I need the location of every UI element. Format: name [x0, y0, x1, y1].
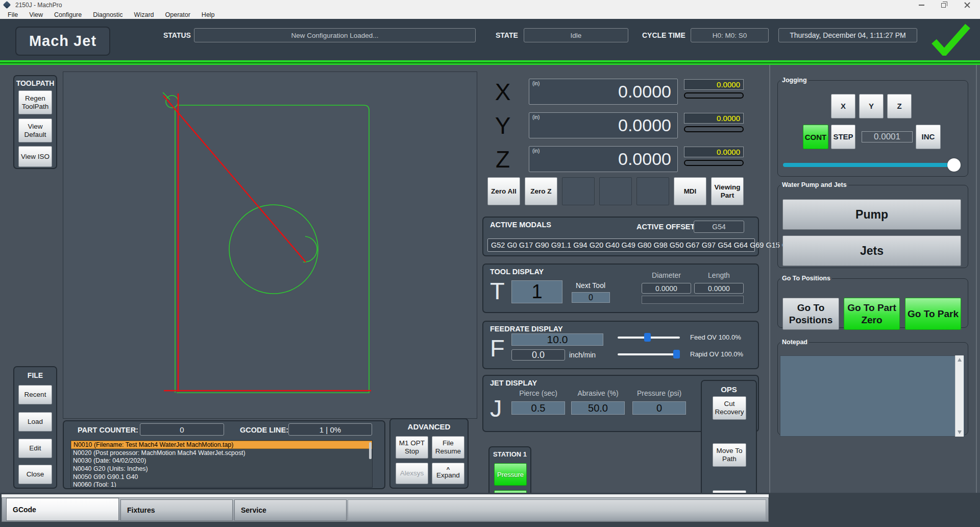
- file-load-button[interactable]: Load: [18, 412, 52, 432]
- move-to-path-button[interactable]: Move To Path: [713, 443, 746, 467]
- pump-jets-group: Water Pump and Jets Pump Jets: [777, 181, 968, 268]
- jog-x-button[interactable]: X: [831, 94, 855, 118]
- blank-button-1: [562, 177, 595, 205]
- view-iso-button[interactable]: View ISO: [18, 146, 52, 167]
- menu-view[interactable]: View: [23, 10, 48, 19]
- next-tool-value[interactable]: 0: [572, 292, 610, 303]
- mdi-button[interactable]: MDI: [674, 177, 706, 205]
- scroll-down-icon[interactable]: [958, 430, 962, 434]
- feed-units-label: inch/min: [569, 351, 596, 359]
- tab-bar: GCode Fixtures Service: [2, 497, 769, 522]
- pump-button[interactable]: Pump: [782, 199, 961, 230]
- viewing-part-button[interactable]: Viewing Part: [711, 177, 744, 205]
- rapid-ov-slider-handle[interactable]: [673, 350, 680, 358]
- zero-z-button[interactable]: Zero Z: [525, 177, 557, 205]
- toolpath-leadin-arc: [303, 236, 317, 262]
- jog-step-button[interactable]: STEP: [831, 125, 855, 149]
- file-edit-button[interactable]: Edit: [18, 439, 52, 458]
- feed-commanded-value[interactable]: 10.0: [511, 333, 603, 346]
- green-divider: [0, 60, 980, 65]
- active-offset-label: ACTIVE OFFSET:: [636, 223, 697, 231]
- column-divider-right: [976, 65, 977, 493]
- m1-opt-stop-button[interactable]: M1 OPT Stop: [396, 436, 428, 459]
- axis-y-label: Y: [487, 112, 518, 138]
- jog-speed-slider-track[interactable]: [783, 163, 953, 167]
- dtg-y-value: 0.0000: [717, 113, 740, 123]
- goto-park-button[interactable]: Go To Park: [905, 298, 961, 330]
- abrasive-value[interactable]: 50.0: [571, 401, 625, 415]
- part-counter-label: PART COUNTER:: [78, 426, 138, 434]
- jog-increment-field[interactable]: 0.0001: [862, 131, 913, 142]
- gcode-scrollbar[interactable]: [369, 442, 372, 459]
- goto-positions-button[interactable]: Go To Positions: [782, 298, 839, 330]
- menu-file[interactable]: File: [2, 10, 23, 19]
- gcode-status-panel: PART COUNTER: 0 GCODE LINE: 1 | 0% N0010…: [63, 420, 385, 489]
- toolpath-panel: TOOLPATH Regen ToolPath View Default Vie…: [13, 75, 57, 169]
- regen-toolpath-button[interactable]: Regen ToolPath: [18, 90, 52, 114]
- pressure-value[interactable]: 0: [632, 401, 686, 415]
- dro-x[interactable]: (in) 0.0000: [529, 79, 678, 105]
- cycle-time-value: H0: M0: S0: [691, 28, 769, 42]
- scroll-up-icon[interactable]: [958, 358, 962, 362]
- dro-y[interactable]: (in) 0.0000: [529, 112, 678, 138]
- notepad-scrollbar[interactable]: [955, 355, 964, 437]
- view-default-button[interactable]: View Default: [18, 118, 52, 142]
- jog-inc-button[interactable]: INC: [916, 125, 941, 149]
- jogging-title: Jogging: [780, 77, 808, 84]
- jets-button[interactable]: Jets: [782, 235, 961, 266]
- toolpath-panel-title: TOOLPATH: [14, 79, 56, 87]
- jog-z-button[interactable]: Z: [887, 94, 912, 118]
- tab-fixtures[interactable]: Fixtures: [120, 499, 233, 521]
- expand-button[interactable]: ^ Expand: [432, 463, 464, 484]
- pierce-value[interactable]: 0.5: [511, 401, 565, 415]
- jog-y-button[interactable]: Y: [859, 94, 884, 118]
- rapid-ov-slider-track[interactable]: [618, 353, 680, 355]
- header-bar: Mach Jet STATUS New Configuration Loaded…: [0, 19, 980, 60]
- tabbar-filler: [348, 499, 766, 521]
- tab-gcode[interactable]: GCode: [6, 498, 119, 521]
- dtg-x: 0.0000: [684, 79, 744, 90]
- gcode-row[interactable]: N0050 G90 G90.1 G40: [71, 473, 372, 481]
- state-label: STATE: [496, 31, 518, 39]
- close-button[interactable]: [955, 0, 979, 10]
- menu-wizard[interactable]: Wizard: [129, 10, 160, 19]
- minimize-button[interactable]: [911, 0, 932, 10]
- current-tool-value[interactable]: 1: [511, 280, 562, 303]
- tab-service[interactable]: Service: [234, 499, 347, 521]
- feed-ov-label: Feed OV 100.0%: [690, 333, 741, 341]
- notepad-textarea[interactable]: [780, 355, 965, 437]
- close-icon: [964, 2, 970, 8]
- menu-bar: File View Configure Diagnostic Wizard Op…: [0, 10, 980, 19]
- restore-button[interactable]: [933, 0, 953, 10]
- station-pressure-button[interactable]: Pressure: [494, 463, 527, 486]
- toolpath-display[interactable]: [63, 71, 477, 419]
- gcode-row[interactable]: N0020 (Post processor: MachMotion Mach4 …: [71, 449, 372, 457]
- file-resume-button[interactable]: File Resume: [432, 436, 464, 459]
- feed-f-letter: F: [490, 334, 505, 362]
- menu-diagnostic[interactable]: Diagnostic: [87, 10, 128, 19]
- file-recent-button[interactable]: Recent: [18, 385, 52, 404]
- jog-cont-button[interactable]: CONT: [803, 125, 828, 149]
- goto-title: Go To Positions: [780, 275, 832, 282]
- gcode-row-current[interactable]: N0010 (Filename: Test Mach4 WaterJet Mac…: [71, 441, 372, 449]
- goto-part-zero-button[interactable]: Go To Part Zero: [844, 298, 900, 330]
- cycle-time-label: CYCLE TIME: [642, 31, 685, 39]
- notepad-title: Notepad: [780, 339, 809, 346]
- menu-operator[interactable]: Operator: [160, 10, 196, 19]
- gcode-row[interactable]: N0030 (Date: 04/02/2020): [71, 457, 372, 465]
- gcode-row[interactable]: N0060 (Tool: 1): [71, 481, 372, 488]
- file-close-button[interactable]: Close: [18, 465, 52, 484]
- dro-z[interactable]: (in) 0.0000: [529, 146, 678, 172]
- gcode-row[interactable]: N0040 G20 (Units: Inches): [71, 465, 372, 473]
- pierce-label: Pierce (sec): [511, 389, 565, 397]
- zero-all-button[interactable]: Zero All: [487, 177, 520, 205]
- cut-recovery-button[interactable]: Cut Recovery: [713, 396, 746, 420]
- part-counter-value[interactable]: 0: [140, 423, 224, 436]
- feed-actual-value: 0.0: [511, 349, 565, 361]
- menu-help[interactable]: Help: [196, 10, 220, 19]
- feed-ov-slider-handle[interactable]: [644, 333, 651, 342]
- menu-configure[interactable]: Configure: [48, 10, 87, 19]
- gcode-listing[interactable]: N0010 (Filename: Test Mach4 WaterJet Mac…: [70, 440, 373, 488]
- jog-speed-slider-handle[interactable]: [947, 158, 961, 172]
- dro-z-value: 0.0000: [618, 147, 671, 173]
